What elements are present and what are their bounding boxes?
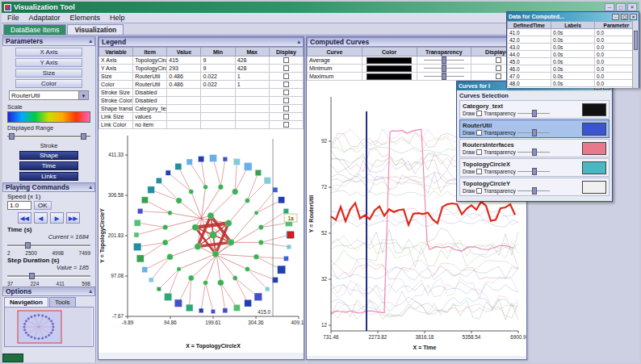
param-y-axis-button[interactable]: Y Axis bbox=[15, 58, 82, 67]
fast-forward-icon[interactable]: ▶▶ bbox=[66, 212, 80, 224]
draw-checkbox[interactable] bbox=[476, 130, 482, 136]
tab-database-items[interactable]: DataBase Items bbox=[3, 24, 66, 35]
data-row[interactable]: 44.00.0s0.0 bbox=[508, 51, 639, 58]
draw-checkbox[interactable] bbox=[476, 111, 482, 116]
time-slider[interactable] bbox=[7, 241, 90, 249]
nav-time-button[interactable]: Time bbox=[19, 161, 79, 170]
curve-entry-routerutil[interactable]: RouterUtilDrawTransparency bbox=[459, 119, 610, 138]
transparency-slider[interactable] bbox=[424, 73, 464, 80]
step-back-icon[interactable]: ◀ bbox=[34, 212, 48, 224]
collapse-icon[interactable]: ▴ bbox=[89, 38, 92, 44]
display-checkbox[interactable] bbox=[283, 90, 289, 95]
collapse-icon[interactable]: ▴ bbox=[89, 288, 92, 295]
transparency-slider[interactable] bbox=[424, 56, 464, 64]
navigation-thumbnail[interactable] bbox=[4, 307, 94, 347]
display-checkbox[interactable] bbox=[283, 98, 289, 103]
chevron-down-icon[interactable]: ▾ bbox=[78, 91, 88, 99]
collapse-icon[interactable]: ▴ bbox=[297, 39, 300, 45]
curve-entry-topologycircley[interactable]: TopologyCircleYDrawTransparency bbox=[459, 178, 610, 196]
draw-checkbox[interactable] bbox=[476, 169, 482, 174]
curve-color-button[interactable] bbox=[367, 57, 412, 64]
curve-color-swatch[interactable] bbox=[582, 161, 606, 174]
displayed-checkbox[interactable] bbox=[496, 57, 501, 63]
display-checkbox[interactable] bbox=[283, 73, 289, 79]
curve-color-swatch[interactable] bbox=[582, 142, 606, 155]
menu-help[interactable]: Help bbox=[110, 14, 125, 22]
display-checkbox[interactable] bbox=[283, 106, 289, 111]
transparency-slider[interactable] bbox=[424, 65, 464, 72]
curve-color-button[interactable] bbox=[367, 65, 412, 72]
close-button[interactable]: ✕ bbox=[630, 14, 637, 20]
nav-shape-button[interactable]: Shape bbox=[19, 151, 79, 160]
menu-elements[interactable]: Elements bbox=[70, 14, 101, 22]
display-checkbox[interactable] bbox=[283, 114, 289, 119]
vertical-scrollbar[interactable] bbox=[632, 21, 639, 88]
displayed-range-slider[interactable] bbox=[7, 132, 90, 140]
curve-color-button[interactable] bbox=[367, 73, 412, 80]
options-tab-tools[interactable]: Tools bbox=[49, 297, 76, 307]
resize-grip[interactable] bbox=[2, 354, 23, 362]
display-checkbox[interactable] bbox=[283, 65, 289, 71]
options-tab-navigation[interactable]: Navigation bbox=[4, 297, 48, 307]
data-row[interactable]: 46.00.0s0.0 bbox=[508, 65, 639, 73]
topology-plot[interactable]: 411.33306.58201.8397.08-7.67-9.8994.8619… bbox=[98, 129, 304, 353]
speed-input[interactable] bbox=[7, 201, 31, 210]
collapse-icon[interactable]: ▴ bbox=[89, 184, 92, 190]
curve-color-swatch[interactable] bbox=[582, 181, 606, 194]
maximize-button[interactable]: ▢ bbox=[616, 3, 626, 11]
computed-curve-row[interactable]: Maximum bbox=[308, 73, 526, 81]
display-checkbox[interactable] bbox=[283, 57, 289, 63]
curve-entry-routersinterfaces[interactable]: RoutersInterfacesDrawTransparency bbox=[459, 139, 610, 157]
curve-entry-category-text[interactable]: Category_textDrawTransparency bbox=[459, 100, 610, 119]
data-row[interactable]: 42.00.0s0.0 bbox=[508, 36, 639, 44]
menu-adaptator[interactable]: Adaptator bbox=[29, 14, 61, 22]
param-color-button[interactable]: Color bbox=[15, 79, 82, 88]
legend-row[interactable]: Stroke SizeDisabled bbox=[99, 89, 304, 97]
nav-links-button[interactable]: Links bbox=[19, 172, 79, 181]
ok-button[interactable]: OK bbox=[34, 201, 52, 210]
data-row[interactable]: 41.00.0s0.0 bbox=[508, 29, 639, 36]
curve-color-swatch[interactable] bbox=[582, 123, 606, 136]
item-combobox[interactable]: RouterUtil ▾ bbox=[9, 90, 89, 100]
transparency-slider[interactable] bbox=[517, 110, 550, 117]
transparency-slider[interactable] bbox=[517, 187, 550, 195]
legend-header[interactable]: Legend ▴ bbox=[98, 37, 304, 47]
displayed-checkbox[interactable] bbox=[496, 73, 501, 79]
legend-row[interactable]: Y AxisTopologyCircleY2939428 bbox=[99, 65, 304, 73]
transparency-slider[interactable] bbox=[517, 149, 550, 156]
legend-row[interactable]: Stroke ColorDisabled bbox=[99, 97, 304, 105]
draw-checkbox[interactable] bbox=[476, 149, 482, 155]
rewind-icon[interactable]: ◀◀ bbox=[18, 212, 31, 224]
param-size-button[interactable]: Size bbox=[15, 69, 82, 77]
display-checkbox[interactable] bbox=[283, 122, 289, 128]
legend-row[interactable]: Link Sizevalues bbox=[99, 113, 304, 121]
curve-entry-topologycirclex[interactable]: TopologyCircleXDrawTransparency bbox=[459, 158, 610, 177]
draw-checkbox[interactable] bbox=[476, 188, 482, 194]
play-icon[interactable]: ▶ bbox=[50, 212, 64, 224]
data-row[interactable]: 43.00.0s0.0 bbox=[508, 44, 639, 51]
displayed-checkbox[interactable] bbox=[496, 65, 501, 71]
maximize-button[interactable]: ▢ bbox=[621, 14, 628, 20]
transparency-slider[interactable] bbox=[517, 168, 550, 175]
transparency-slider[interactable] bbox=[517, 129, 550, 136]
data-row[interactable]: 45.00.0s0.0 bbox=[508, 58, 639, 65]
data-row[interactable]: 48.00.0s0.0 bbox=[508, 80, 639, 87]
legend-row[interactable]: SizeRouterUtil0.4860.0221 bbox=[99, 73, 304, 81]
display-checkbox[interactable] bbox=[283, 82, 289, 87]
curve-color-swatch[interactable] bbox=[582, 103, 606, 116]
legend-row[interactable]: Shape transitionCategory_text bbox=[99, 105, 304, 113]
menu-file[interactable]: File bbox=[7, 14, 19, 22]
legend-row[interactable]: X AxisTopologyCircleX4159428 bbox=[99, 56, 304, 65]
param-x-axis-button[interactable]: X Axis bbox=[15, 48, 82, 56]
close-button[interactable]: ✕ bbox=[627, 3, 637, 11]
minimize-button[interactable]: ─ bbox=[612, 14, 619, 20]
computed-curve-row[interactable]: Minimum bbox=[308, 65, 526, 73]
data-row[interactable]: 47.00.0s0.0 bbox=[508, 73, 639, 80]
legend-row[interactable]: Link Colorno item bbox=[99, 121, 304, 129]
tab-visualization[interactable]: Visualization bbox=[67, 24, 124, 35]
computed-curves-header[interactable]: Computed Curves ▴ bbox=[307, 37, 526, 47]
legend-row[interactable]: ColorRouterUtil0.4860.0221 bbox=[99, 81, 304, 89]
step-duration-slider[interactable] bbox=[7, 272, 90, 280]
data-window-titlebar[interactable]: Data for Computed... ─ ▢ ✕ bbox=[507, 12, 639, 21]
minimize-button[interactable]: ─ bbox=[605, 3, 614, 11]
